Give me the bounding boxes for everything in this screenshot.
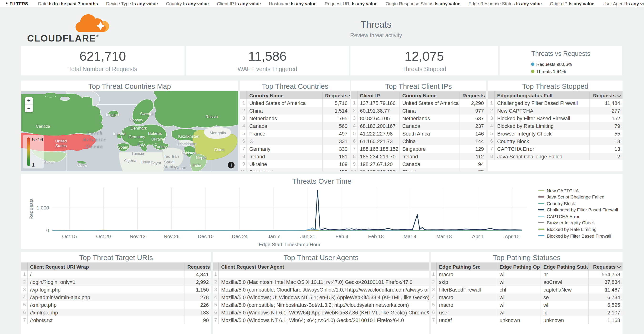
filter-item-country[interactable]: Country is any value <box>166 1 209 6</box>
table-row[interactable]: 5Browser Integrity Check55 <box>488 130 622 137</box>
chart-legend-item[interactable]: Blocked by Filter Based Firewall <box>538 233 618 238</box>
column-header-edgepathingstatus-full[interactable]: Edgepathingstatus Full <box>495 91 589 99</box>
chart-legend-item[interactable]: Blocked by Rate Limiting <box>538 227 618 232</box>
table-row[interactable]: 2/login/?login_only=12,992 <box>21 278 211 286</box>
column-header-edge-pathing-op[interactable]: Edge Pathing Op <box>497 263 540 270</box>
chart-legend-item[interactable]: CAPTCHA Error <box>538 214 618 219</box>
filter-item-origin-response-status[interactable]: Origin Response Status is any value <box>386 1 460 6</box>
table-row[interactable]: 2Mozilla/5.0 (Macintosh; Intel Mac OS X … <box>213 278 429 286</box>
table-row[interactable]: 5macrowlwl6,595 <box>431 301 622 309</box>
chart-legend-item[interactable]: Java Script Challenge Failed <box>538 194 618 199</box>
table-row[interactable]: 1/4,341 <box>21 270 211 278</box>
table-row[interactable]: 260.191.38.77China977 <box>351 107 486 115</box>
column-header-requests[interactable]: Requests <box>589 91 622 99</box>
column-header-requests[interactable]: Requests <box>460 91 486 99</box>
table-row[interactable]: 6//xmlrpc.php133 <box>21 309 211 316</box>
table-row[interactable]: 6∅331 <box>240 137 350 145</box>
table-row[interactable]: 541.222.227.98South Africa146 <box>351 130 486 137</box>
table-row[interactable]: 4Canada560 <box>240 122 350 130</box>
table-row[interactable]: 9Ukraine169 <box>240 160 350 168</box>
table-row[interactable]: 380.82.64.105Netherlands637 <box>351 115 486 122</box>
filter-item-client-ip[interactable]: Client IP is any value <box>217 1 261 6</box>
table-row[interactable]: 9198.27.67.120Canada94 <box>351 160 486 168</box>
chart-legend-item[interactable]: Challenged by Filter Based Firewall <box>538 208 618 212</box>
country-shape-ireland[interactable] <box>117 133 122 139</box>
filters-toggle[interactable]: FILTERS <box>6 1 28 6</box>
legend-dot-icon <box>531 63 534 66</box>
column-header-edge-pathing-src[interactable]: Edge Pathing Src <box>437 263 497 270</box>
table-row[interactable]: 7Germany330 <box>240 145 350 153</box>
table-row[interactable]: 3Blocked by Filter Based Firewall152 <box>488 115 622 122</box>
table-row[interactable]: 7Mozilla/5.0 (Windows NT 6.1; Win64; x64… <box>213 316 429 324</box>
sort-chevron-icon <box>617 93 621 97</box>
column-header-requests[interactable]: Requests <box>588 263 622 270</box>
legend-line-icon <box>538 203 544 204</box>
table-row[interactable]: 2New CAPTCHA277 <box>488 107 622 115</box>
table-row[interactable]: 3Mozilla/5.0 (compatible; CloudFlare-Alw… <box>213 286 429 293</box>
column-header-requests[interactable]: Requests <box>322 91 350 99</box>
map-info-icon[interactable]: i <box>228 162 234 168</box>
table-row[interactable]: 7/robots.txt90 <box>21 316 211 324</box>
filter-item-edge-response-status[interactable]: Edge Response Status is any value <box>468 1 542 6</box>
table-row[interactable]: 4/wp-admin/admin-ajax.php278 <box>21 293 211 301</box>
table-row[interactable]: 2China1,514 <box>240 107 350 115</box>
column-header-requests[interactable]: Requests <box>184 263 211 270</box>
table-body: 1macrowlnr554,7582skipwlaoCrawl37,8343fi… <box>431 270 622 334</box>
column-header-country-name[interactable]: Country Name <box>247 91 322 99</box>
table-row[interactable]: 1Challenged by Filter Based Firewall11,4… <box>488 99 622 107</box>
table-row[interactable]: 4macrowlse6,734 <box>431 293 622 301</box>
world-map[interactable]: CanadaUnited StatesMexicoCubaIcelandNorw… <box>21 91 238 171</box>
table-cell: 2,992 <box>184 278 211 286</box>
table-row[interactable]: 1United States of America5,716 <box>240 99 350 107</box>
legend-line-icon <box>538 235 544 236</box>
table-row[interactable]: 7CAPTCHA Error13 <box>488 145 622 153</box>
column-header-edge-pathing-status[interactable]: Edge Pathing Status <box>540 263 588 270</box>
table-row[interactable]: 468.183.200.167Canada237 <box>351 122 486 130</box>
country-shape-iceland[interactable] <box>108 111 119 117</box>
column-header-client-ip[interactable]: Client IP <box>358 91 400 99</box>
chart-legend-item[interactable]: New CAPTCHA <box>538 188 618 193</box>
table-cell: 61.160.221.73 <box>358 137 400 145</box>
table-row[interactable]: 10Singapore158 <box>240 168 350 171</box>
top-threat-countries-card: Top Threat Countries Country NameRequest… <box>240 81 350 171</box>
column-header-client-request-uri-wrap[interactable]: Client Request URI Wrap <box>28 263 184 270</box>
filter-item-hostname[interactable]: Hostname is any value <box>269 1 316 6</box>
filter-item-request-uri[interactable]: Request URI is any value <box>324 1 378 6</box>
table-row[interactable]: 4Mozilla/5.0 (Windows; U; Windows NT 5.1… <box>213 293 429 301</box>
column-header-client-request-user-agent[interactable]: Client Request User Agent <box>219 263 429 270</box>
table-row[interactable]: 4Blocked by Rate Limiting79 <box>488 122 622 130</box>
table-row[interactable]: 7undefunknownunknown1,168 <box>431 316 622 324</box>
table-row[interactable]: 1137.175.79.166United States of America2… <box>351 99 486 107</box>
table-row[interactable]: 6Country Block13 <box>488 137 622 145</box>
table-row[interactable]: 1 <box>213 270 429 278</box>
table-row[interactable]: 5France497 <box>240 130 350 137</box>
filter-item-date[interactable]: Date is in the past 7 months <box>38 1 98 6</box>
table-row[interactable]: 1061.160.247.127China88 <box>351 168 486 171</box>
chart-legend-item[interactable]: Country Block <box>538 201 618 206</box>
table-row[interactable]: 6Mozilla/5.0 (Windows NT 6.1; WOW64) App… <box>213 309 429 316</box>
map-zoom-out-button[interactable]: − <box>25 105 33 112</box>
filter-item-user-agent[interactable]: User Agent is any value <box>602 1 644 6</box>
filter-item-origin-ip[interactable]: Origin IP is any value <box>550 1 594 6</box>
table-row[interactable]: 8Java Script Challenge Failed2 <box>488 153 622 160</box>
table-row[interactable]: 661.160.221.73China144 <box>351 137 486 145</box>
map-zoom-in-button[interactable]: + <box>25 97 33 105</box>
table-row[interactable]: 3/wp-login.php1,150 <box>21 286 211 293</box>
chart-legend-item[interactable]: Browser Integrity Check <box>538 220 618 225</box>
filter-item-device-type[interactable]: Device Type is any value <box>106 1 158 6</box>
table-row[interactable]: 3Netherlands795 <box>240 115 350 122</box>
table-row[interactable]: 5Mozilla/5.0 (compatible; Nimbostratus-B… <box>213 301 429 309</box>
table-cell: Singapore <box>247 168 322 171</box>
table-title: Top Threat Target URIs <box>21 252 211 262</box>
table-row[interactable]: 7188.166.188.152Singapore129 <box>351 145 486 153</box>
table-row[interactable]: 3filterBasedFirewallchlcaptchaNew11,467 <box>431 286 622 293</box>
table-row[interactable]: 8Ireland181 <box>240 153 350 160</box>
table-row[interactable]: 2skipwlaoCrawl37,834 <box>431 278 622 286</box>
table-row[interactable]: 8185.234.219.70Ireland112 <box>351 153 486 160</box>
country-shape-russia[interactable] <box>154 91 238 128</box>
table-row[interactable]: 1macrowlnr554,758 <box>431 270 622 278</box>
column-header-country-name[interactable]: Country Name <box>400 91 460 99</box>
table-row[interactable]: 6userwlip2,107 <box>431 309 622 316</box>
row-index: 7 <box>21 316 28 324</box>
table-row[interactable]: 5/xmlrpc.php226 <box>21 301 211 309</box>
